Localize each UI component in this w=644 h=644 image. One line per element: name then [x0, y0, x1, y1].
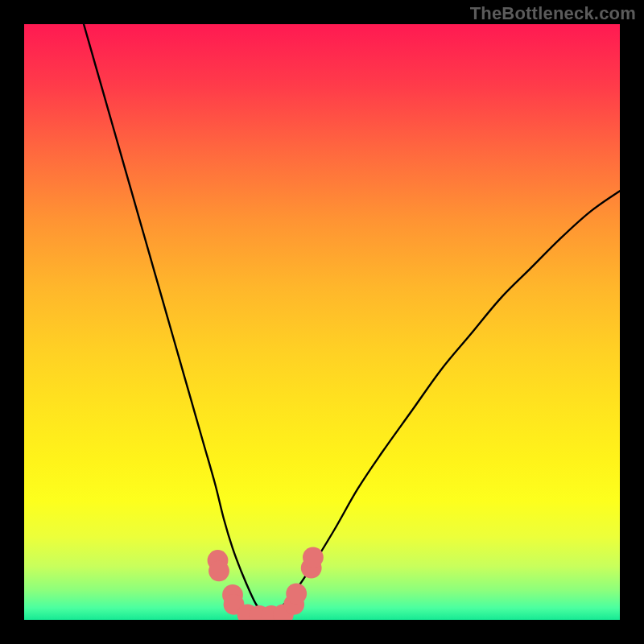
curve-marker	[286, 584, 307, 605]
chart-plot-area	[24, 24, 620, 620]
watermark-text: TheBottleneck.com	[470, 3, 636, 24]
chart-svg	[24, 24, 620, 620]
curve-marker	[303, 547, 324, 568]
curve-markers	[208, 547, 324, 620]
curve-path	[84, 24, 620, 615]
bottleneck-curve	[84, 24, 620, 615]
chart-frame: TheBottleneck.com	[0, 0, 644, 644]
curve-marker	[208, 560, 229, 581]
